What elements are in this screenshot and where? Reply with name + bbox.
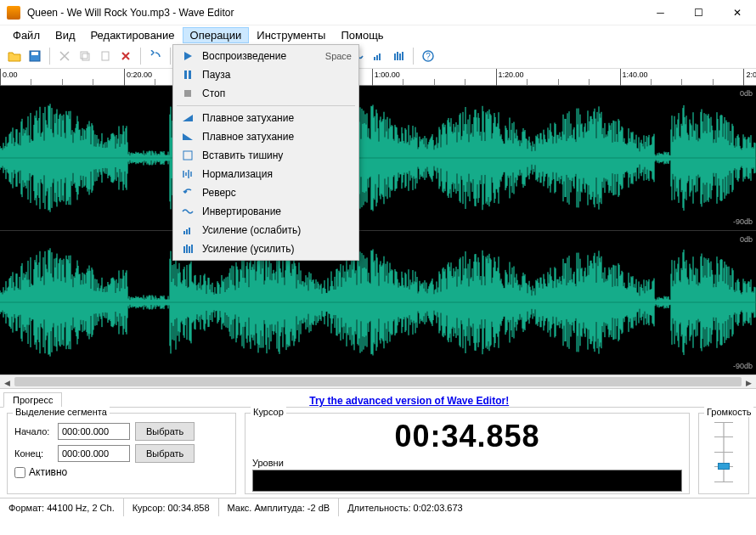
volume-legend: Громкость xyxy=(704,407,753,417)
copy-button[interactable] xyxy=(76,47,94,65)
channel-separator xyxy=(0,230,756,231)
end-label: Конец: xyxy=(14,448,53,459)
svg-rect-20 xyxy=(184,90,191,97)
svg-rect-19 xyxy=(189,70,191,79)
promo-link[interactable]: Try the advanced version of Wave Editor! xyxy=(309,395,509,407)
waveform-display[interactable]: 0db -90db 0db -90db xyxy=(0,86,756,374)
time-ruler[interactable]: 0.000:20.000:40.001:00.001:20.001:40.002… xyxy=(0,69,756,86)
fade-in-icon xyxy=(180,111,195,125)
svg-text:?: ? xyxy=(426,52,431,61)
active-checkbox[interactable] xyxy=(14,467,25,478)
pause-icon xyxy=(180,68,195,82)
start-input[interactable] xyxy=(58,423,130,440)
menu-silence[interactable]: Вставить тишину xyxy=(175,146,357,165)
db-label: 0db xyxy=(740,235,753,244)
window-title: Queen - We Will Rock You.mp3 - Wave Edit… xyxy=(27,7,641,19)
menu-amp-down[interactable]: Усиление (ослабить) xyxy=(175,221,357,239)
scroll-left-arrow[interactable]: ◀ xyxy=(0,375,14,390)
reverse-icon xyxy=(180,186,195,200)
svg-rect-22 xyxy=(183,231,185,234)
segment-legend: Выделение сегмента xyxy=(13,407,110,417)
svg-rect-12 xyxy=(394,54,396,60)
svg-rect-21 xyxy=(183,151,192,160)
toolbar-sep xyxy=(140,48,141,65)
svg-rect-28 xyxy=(191,245,193,253)
status-bar: Формат: 44100 Hz, 2 Ch. Курсор: 00:34.85… xyxy=(0,498,756,516)
menubar: Файл Вид Редактирование Операции Инструм… xyxy=(0,25,756,44)
cursor-legend: Курсор xyxy=(251,407,286,417)
menu-operations[interactable]: Операции xyxy=(183,27,250,43)
help-button[interactable]: ? xyxy=(419,47,437,65)
svg-rect-24 xyxy=(189,228,190,234)
scroll-thumb[interactable] xyxy=(14,377,742,386)
tab-progress[interactable]: Прогресс xyxy=(3,392,62,408)
horizontal-scrollbar[interactable]: ◀ ▶ xyxy=(0,374,756,389)
undo-button[interactable] xyxy=(146,47,165,65)
menu-fade-out[interactable]: Плавное затухание xyxy=(175,127,357,146)
start-select-button[interactable]: Выбрать xyxy=(135,422,195,441)
amp-down-icon xyxy=(180,223,195,237)
promo-link-container: Try the advanced version of Wave Editor! xyxy=(62,395,756,407)
menu-invert[interactable]: Инвертирование xyxy=(175,202,357,221)
svg-rect-23 xyxy=(186,229,188,234)
svg-rect-27 xyxy=(189,246,190,253)
paste-button[interactable] xyxy=(96,47,115,65)
svg-rect-13 xyxy=(397,52,398,60)
menu-instruments[interactable]: Инструменты xyxy=(249,27,333,43)
menu-fade-in[interactable]: Плавное затухание xyxy=(175,109,357,127)
menu-stop[interactable]: Стоп xyxy=(175,84,357,103)
svg-rect-1 xyxy=(31,52,38,55)
menu-amp-up[interactable]: Усиление (усилить) xyxy=(175,239,357,258)
menu-edit[interactable]: Редактирование xyxy=(83,27,183,43)
minimize-button[interactable]: ─ xyxy=(641,0,680,25)
svg-rect-3 xyxy=(82,54,89,60)
close-button[interactable]: ✕ xyxy=(718,0,756,25)
save-button[interactable] xyxy=(25,47,44,65)
status-amplitude: Макс. Амплитуда: -2 dB xyxy=(219,498,340,516)
cursor-group: Курсор 00:34.858 Уровни xyxy=(245,413,690,494)
segment-group: Выделение сегмента Начало: Выбрать Конец… xyxy=(7,413,236,494)
volume-slider[interactable] xyxy=(711,422,736,482)
app-icon xyxy=(7,6,20,20)
db-label: 0db xyxy=(740,89,753,98)
maximize-button[interactable]: ☐ xyxy=(680,0,718,25)
play-icon xyxy=(180,49,195,63)
menu-view[interactable]: Вид xyxy=(48,27,83,43)
svg-rect-9 xyxy=(374,57,375,60)
svg-rect-26 xyxy=(186,245,188,253)
menu-pause[interactable]: Пауза xyxy=(175,65,357,84)
delete-button[interactable] xyxy=(116,47,135,65)
menu-play[interactable]: ВоспроизведениеSpace xyxy=(175,47,357,65)
levels-meter xyxy=(252,470,682,492)
silence-icon xyxy=(180,149,195,162)
scroll-right-arrow[interactable]: ▶ xyxy=(742,375,756,390)
end-input[interactable] xyxy=(58,445,130,462)
active-label: Активно xyxy=(29,466,67,478)
svg-rect-10 xyxy=(376,55,378,60)
svg-rect-15 xyxy=(402,52,403,60)
fade-out-icon xyxy=(180,130,195,144)
toolbar-sep xyxy=(170,48,171,65)
volume-thumb[interactable] xyxy=(718,463,730,470)
toolbar-sep xyxy=(49,48,50,65)
menu-normalize[interactable]: Нормализация xyxy=(175,165,357,183)
svg-rect-11 xyxy=(379,54,381,60)
amp-up-button[interactable] xyxy=(389,47,408,65)
menu-file[interactable]: Файл xyxy=(5,27,48,43)
db-label: -90db xyxy=(733,217,753,226)
open-button[interactable] xyxy=(5,47,24,65)
menu-help[interactable]: Помощь xyxy=(333,27,391,43)
end-select-button[interactable]: Выбрать xyxy=(135,444,195,463)
amp-up-icon xyxy=(180,242,195,256)
toolbar-sep xyxy=(413,48,414,65)
amp-down-button[interactable] xyxy=(369,47,387,65)
invert-icon xyxy=(180,205,195,218)
cursor-time: 00:34.858 xyxy=(252,419,682,454)
levels-label: Уровни xyxy=(252,458,682,468)
menu-reverse[interactable]: Реверс xyxy=(175,183,357,202)
status-cursor: Курсор: 00:34.858 xyxy=(124,498,219,516)
db-label: -90db xyxy=(733,362,753,370)
svg-rect-18 xyxy=(184,70,187,79)
svg-rect-2 xyxy=(81,52,87,59)
cut-button[interactable] xyxy=(55,47,74,65)
